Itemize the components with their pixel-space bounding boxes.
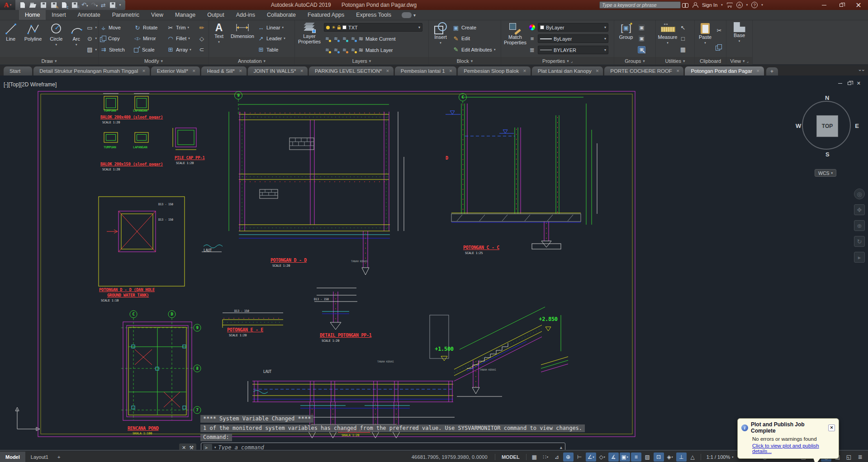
close-button[interactable]: ✕ [850, 0, 867, 10]
tool-mirror[interactable]: ◁▷Mirror [134, 33, 166, 44]
tool-insert[interactable]: Insert▾ [430, 21, 451, 56]
save-as-icon[interactable]: ✎ [50, 2, 57, 9]
linetype-combo[interactable]: ByLayer▾ [538, 34, 608, 43]
panel-label-modify[interactable]: Modify▾ [99, 57, 209, 65]
tool-circle[interactable]: Circle▾ [46, 21, 66, 56]
tool-array[interactable]: ⊞Array▾ [167, 44, 197, 55]
tool-rotate[interactable]: ↻Rotate [134, 22, 166, 33]
wcs-menu[interactable]: WCS▾ [815, 169, 836, 177]
sheet-set-icon[interactable]: ⇄ [101, 2, 106, 9]
polar-tracking-toggle[interactable]: ∠▾ [586, 453, 596, 462]
restore-button[interactable] [833, 0, 850, 10]
layer-thaw-icon[interactable]: ☀ [332, 25, 336, 30]
new-file-icon[interactable] [19, 2, 26, 9]
sign-in-button[interactable]: Sign In [702, 2, 717, 8]
cut-icon[interactable]: ✂ [716, 27, 723, 34]
doc-tab-start[interactable]: Start [4, 66, 32, 75]
tool-table[interactable]: ⊞Table [257, 44, 291, 55]
layout1-tab[interactable]: Layout1 [25, 452, 54, 462]
layer-on-icon[interactable] [326, 26, 330, 29]
ribbon-tab-express-tools[interactable]: Express Tools [350, 10, 397, 20]
tool-measure[interactable]: Measure▾ [657, 21, 678, 56]
zoom-icon[interactable]: ⊕ [854, 220, 865, 231]
doc-tab-close-icon[interactable]: ✕ [142, 66, 146, 75]
panel-label-block[interactable]: Block▾ [429, 57, 501, 65]
tool-edit-attributes[interactable]: ✎Edit Attributes▾ [452, 44, 499, 55]
app-menu-button[interactable]: A▾ [0, 0, 15, 10]
tool-base[interactable]: Base▾ [730, 21, 749, 56]
annotation-scale-button[interactable]: 1:1 / 100%▾ [704, 453, 736, 462]
doc-tab-plat-lantai-dan-kanopy[interactable]: Plat Lantai dan Kanopy✕ [532, 66, 603, 75]
drawing-close-icon[interactable]: ✕ [857, 80, 861, 86]
ribbon-tab-collaborate[interactable]: Collaborate [261, 10, 302, 20]
doc-tab-joint-in-walls[interactable]: JOINT IN WALLS*✕ [248, 66, 308, 75]
doc-tab-detail-struktur-penulangan-rumah-tinggal[interactable]: Detail Struktur Penulangan Rumah Tinggal… [33, 66, 150, 75]
explode-icon[interactable]: ◇ [198, 35, 205, 42]
layer-freeze-icon[interactable]: ≋ [341, 36, 348, 42]
doc-tab-close-icon[interactable]: ✕ [676, 66, 680, 75]
plot-icon[interactable]: ⎘ [71, 2, 78, 9]
tool-text[interactable]: A Text▾ [210, 21, 228, 56]
autodesk-account-icon[interactable]: A [736, 2, 743, 8]
search-icon[interactable] [682, 2, 688, 8]
object-snap-toggle[interactable]: ▣▾ [620, 453, 630, 462]
group-selection-icon[interactable]: ▣↖ [638, 46, 645, 53]
ribbon-tab-parametric[interactable]: Parametric [106, 10, 145, 20]
tool-edit-block[interactable]: ✎Edit [452, 33, 499, 44]
navigation-wheel-icon[interactable]: ◎ [854, 189, 865, 199]
sign-in-dropdown-icon[interactable]: ▾ [721, 3, 723, 7]
doc-tab-close-icon[interactable]: ✕ [386, 66, 389, 75]
recent-commands-icon[interactable]: ▾ [214, 446, 216, 449]
tool-paste[interactable]: Paste▾ [696, 21, 714, 56]
doc-tab-close-icon[interactable]: ✕ [300, 66, 304, 75]
minimize-button[interactable] [816, 0, 833, 10]
ellipse-icon[interactable]: ⊙ [86, 35, 93, 42]
panel-label-layers[interactable]: Layers▾ [295, 57, 428, 65]
qat-customize-icon[interactable]: ▾ [119, 3, 121, 7]
select-all-icon[interactable]: □ [679, 35, 687, 42]
ribbon-tab-add-ins[interactable]: Add-ins [230, 10, 261, 20]
ribbon-tab-view[interactable]: View [145, 10, 169, 20]
viewcube-west[interactable]: W [796, 123, 801, 129]
ribbon-tab-insert[interactable]: Insert [46, 10, 71, 20]
ribbon-tab-output[interactable]: Output [201, 10, 230, 20]
doc-tab-close-icon[interactable]: ✕ [596, 66, 599, 75]
doc-tab-close-icon[interactable]: ✕ [192, 66, 196, 75]
tool-line[interactable]: Line [1, 21, 20, 56]
customization-toggle[interactable]: ≣ [855, 453, 865, 462]
drawing-restore-icon[interactable] [848, 82, 851, 85]
tool-polyline[interactable]: Polyline [21, 21, 44, 56]
layer-lock-icon[interactable] [337, 27, 341, 29]
group-edit-icon[interactable]: ▣ [638, 35, 645, 42]
orbit-icon[interactable]: ↻ [854, 236, 865, 247]
notification-close-button[interactable]: ✕ [828, 424, 835, 431]
tool-scale[interactable]: Scale [134, 44, 166, 55]
command-scroll-up-icon[interactable]: ▲ [559, 445, 563, 450]
help-search-input[interactable]: Type a keyword or phrase [599, 1, 681, 9]
model-tab[interactable]: Model [0, 452, 25, 462]
panel-label-annotation[interactable]: Annotation▾ [209, 57, 294, 65]
redo-icon[interactable]: ↷▾ [91, 1, 97, 9]
offset-icon[interactable]: ⊂ [198, 46, 205, 53]
isometric-drafting-toggle[interactable]: ◇▾ [597, 453, 607, 462]
rectangle-icon[interactable]: ▭ [86, 24, 93, 31]
lineweight-combo[interactable]: BYLAYER▾ [538, 46, 608, 54]
ortho-mode-toggle[interactable]: ⊢ [574, 453, 585, 462]
layer-thaw-all-icon[interactable]: ≋ [332, 47, 339, 53]
color-wheel-icon[interactable] [529, 24, 535, 30]
doc-tab-porte-cochere-roof[interactable]: PORTE COCHERE ROOF✕ [604, 66, 683, 75]
3d-object-snap-toggle[interactable]: ◈▾ [665, 453, 675, 462]
erase-icon[interactable]: ✏ [198, 24, 205, 31]
panel-label-utilities[interactable]: Utilities▾ [656, 57, 694, 65]
doc-tab-close-icon[interactable]: ✕ [239, 66, 242, 75]
infer-constraints-toggle[interactable]: ⊿ [552, 453, 562, 462]
viewport-controls[interactable]: [-][Top][2D Wireframe] [4, 81, 57, 88]
quick-calculator-icon[interactable]: ▦ [679, 46, 687, 53]
quick-select-icon[interactable]: ↖ [679, 24, 687, 31]
undo-icon[interactable]: ↶▾ [81, 1, 88, 9]
tool-stretch[interactable]: ⇉Stretch [100, 44, 133, 55]
object-color-combo[interactable]: ByLayer▾ [538, 23, 608, 32]
viewcube-top-face[interactable]: TOP [816, 115, 838, 137]
space-indicator[interactable]: MODEL [498, 454, 523, 460]
snap-mode-toggle[interactable]: ∷▾ [541, 453, 551, 462]
